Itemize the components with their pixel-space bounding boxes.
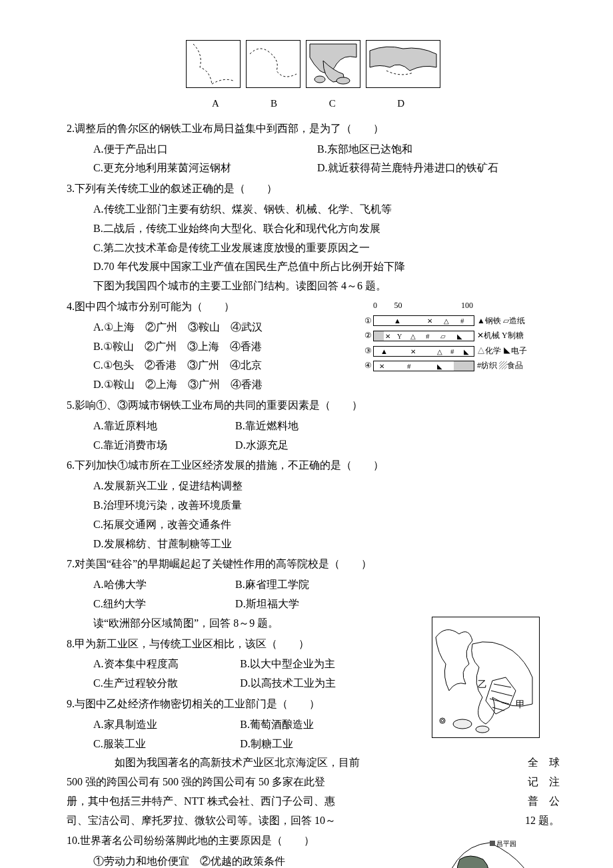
- q6-stem: 6.下列加快①城市所在工业区经济发展的措施，不正确的是（ ）: [67, 456, 560, 475]
- legend-4: #纺织 ▨食品: [474, 359, 560, 373]
- svg-point-27: [440, 718, 445, 723]
- sketch-c: 100: [306, 40, 360, 88]
- q2-opt-c: C.更充分地利用莱茵河运钢材: [93, 159, 317, 178]
- q2-opt-d: D.就近获得荷兰鹿特丹港进口的铁矿石: [317, 159, 541, 178]
- map-label-jia: 甲: [516, 699, 525, 709]
- q6-opt-d: D.发展棉纺、甘蔗制糖等工业: [93, 535, 560, 554]
- q3-opt-b: B.二战后，传统工业始终向大型化、联合化和现代化方向发展: [93, 219, 560, 239]
- top-map-sketch-row: 100 A B C D: [67, 40, 560, 113]
- svg-rect-7: [374, 331, 384, 341]
- intro-4-6: 下图为我国四个城市的主要工业部门结构。读图回答 4～6 题。: [67, 277, 560, 296]
- q5-stem: 5.影响①、③两城市钢铁工业布局的共同的重要因素是（ ）: [67, 396, 560, 415]
- svg-point-2: [336, 77, 350, 84]
- q2-stem: 2.调整后的鲁尔区的钢铁工业布局日益集中到西部，是为了（ ）: [67, 119, 560, 139]
- axis-100: 100: [423, 299, 473, 313]
- q3-opt-a: A.传统工业部门主要有纺织、煤炭、钢铁、机械、化学、飞机等: [93, 200, 560, 219]
- svg-rect-32: [490, 841, 495, 846]
- svg-text:△: △: [410, 333, 416, 340]
- q6-opt-c: C.拓展交通网，改善交通条件: [93, 515, 560, 535]
- svg-text:#: #: [460, 317, 464, 325]
- svg-text:#: #: [407, 362, 411, 370]
- svg-text:#: #: [426, 332, 430, 340]
- svg-text:△: △: [437, 348, 442, 355]
- legend-1: ▲钢铁 ▱造纸: [474, 314, 560, 329]
- sketch-a: [186, 40, 241, 88]
- intro10-l3b: 普 公: [528, 792, 560, 811]
- svg-text:◣: ◣: [457, 333, 462, 340]
- q10-sub: ①劳动力和地价便宜 ②优越的政策条件: [93, 852, 420, 868]
- row1-label: ①: [360, 314, 373, 329]
- intro10-l1b: 全 球: [528, 753, 560, 773]
- map-label-yi: 乙: [478, 679, 487, 689]
- q7-opt-d: D.斯坦福大学: [235, 595, 377, 614]
- q4-opt-c: C.①包头 ②香港 ③广州 ④北京: [93, 356, 353, 375]
- q5-opt-c: C.靠近消费市场: [93, 436, 235, 455]
- q5-opt-b: B.靠近燃料地: [235, 417, 377, 436]
- sketch-b: [246, 40, 301, 88]
- row4-label: ④: [360, 359, 373, 373]
- svg-text:✕: ✕: [379, 363, 384, 370]
- q7-opt-a: A.哈佛大学: [93, 575, 235, 595]
- q9-opt-c: C.服装工业: [93, 735, 240, 754]
- svg-text:△: △: [444, 317, 449, 325]
- beijing-haidian-map: 昌平园 海淀园 健翔园 电子城科技园 丰台园 亦庄科技园: [426, 833, 546, 868]
- q6-opt-b: B.治理环境污染，改善环境质量: [93, 496, 560, 515]
- q9-opt-d: D.制糖工业: [240, 735, 386, 754]
- q4-opt-d: D.①鞍山 ②上海 ③广州 ④香港: [93, 375, 353, 395]
- q5-opt-a: A.靠近原料地: [93, 417, 235, 436]
- svg-text:✕: ✕: [385, 333, 390, 340]
- svg-point-1: [314, 76, 325, 83]
- q9-opt-b: B.葡萄酒酿造业: [240, 715, 386, 735]
- q3-opt-c: C.第二次技术革命是传统工业发展速度放慢的重要原因之一: [93, 239, 560, 258]
- legend-3: △化学 ◣电子: [474, 344, 560, 359]
- axis-50: 50: [373, 299, 423, 313]
- q2-opt-a: A.便于产品出口: [93, 140, 317, 159]
- intro10-l3a: 册，其中包括三井特产、NTT 株式会社、西门子公司、惠: [67, 792, 335, 811]
- q8-opt-a: A.资本集中程度高: [93, 655, 240, 674]
- sketch-label-d: D: [363, 95, 439, 113]
- svg-text:▲: ▲: [394, 317, 401, 325]
- sketch-d: [366, 40, 440, 88]
- intro10-l2b: 记 注: [528, 773, 560, 792]
- svg-text:Y: Y: [397, 333, 402, 340]
- svg-point-28: [441, 719, 444, 722]
- sketch-label-c: C: [305, 95, 360, 113]
- svg-text:▲: ▲: [380, 347, 388, 355]
- q3-opt-d: D.70 年代发展中国家工业产值在国民生产总值中所占比例开始下降: [93, 257, 560, 277]
- intro10-l1a: 如图为我国著名的高新技术产业区北京海淀区，目前: [67, 753, 360, 773]
- industry-structure-chart: 0 50 100 ① ▲✕△# ▲钢铁 ▱造纸 ② ✕Y△#▱◣ ✕机械 Y制糖…: [360, 299, 560, 374]
- map2-changping: 昌平园: [496, 840, 516, 847]
- intro10-l2a: 500 强的跨国公司有 500 强的跨国公司有 50 多家在此登: [67, 773, 325, 792]
- q8-opt-b: B.以大中型企业为主: [240, 655, 386, 674]
- svg-text:#: #: [450, 347, 454, 355]
- q9-opt-a: A.家具制造业: [93, 715, 240, 735]
- q8-opt-d: D.以高技术工业为主: [240, 674, 386, 693]
- svg-rect-22: [454, 361, 474, 371]
- europe-region-map: 乙 甲: [432, 617, 540, 738]
- legend-2: ✕机械 Y制糖: [474, 329, 560, 343]
- intro10-l4b: 12 题。: [525, 811, 560, 831]
- intro10-l4a: 司、宝洁公司、摩托罗拉、微软公司等。读图，回答 10～: [67, 811, 336, 831]
- q3-stem: 3.下列有关传统工业的叙述正确的是（ ）: [67, 179, 560, 199]
- q7-opt-c: C.纽约大学: [93, 595, 235, 614]
- svg-point-29: [453, 719, 472, 729]
- svg-text:✕: ✕: [410, 348, 416, 355]
- q5-opt-d: D.水源充足: [235, 436, 377, 455]
- q8-opt-c: C.生产过程较分散: [93, 674, 240, 693]
- q2-opt-b: B.东部地区已达饱和: [317, 140, 541, 159]
- q7-opt-b: B.麻省理工学院: [235, 575, 377, 595]
- sketch-label-a: A: [187, 95, 243, 113]
- q4-opt-b: B.①鞍山 ②广州 ③上海 ④香港: [93, 337, 353, 357]
- q7-stem: 7.对美国“硅谷”的早期崛起起了关键性作用的高等院校是（ ）: [67, 555, 560, 574]
- svg-point-30: [476, 726, 489, 733]
- sketch-label-b: B: [246, 95, 302, 113]
- q6-opt-a: A.发展新兴工业，促进结构调整: [93, 477, 560, 496]
- svg-text:▱: ▱: [440, 333, 446, 340]
- q4-opt-a: A.①上海 ②广州 ③鞍山 ④武汉: [93, 318, 353, 337]
- row3-label: ③: [360, 344, 373, 359]
- svg-text:✕: ✕: [427, 317, 432, 325]
- row2-label: ②: [360, 329, 373, 343]
- svg-text:◣: ◣: [437, 363, 442, 370]
- svg-text:◣: ◣: [464, 348, 469, 355]
